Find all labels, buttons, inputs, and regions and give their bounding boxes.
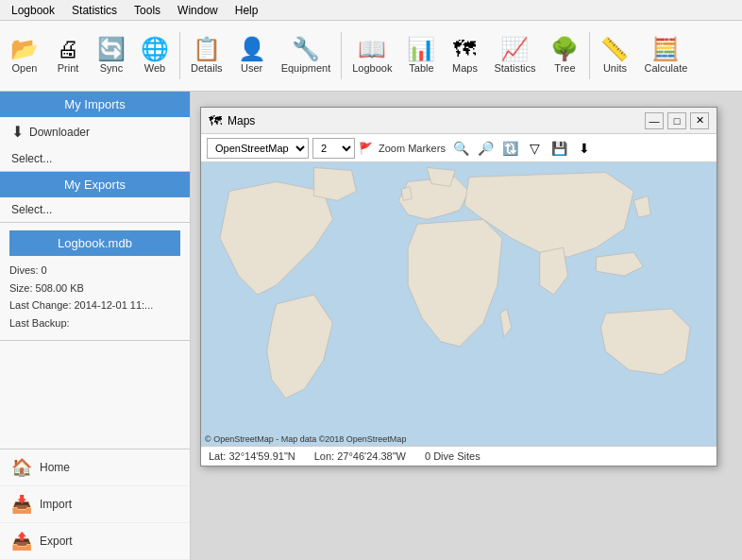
maximize-button[interactable]: □ bbox=[667, 112, 686, 129]
details-label: Details bbox=[191, 62, 223, 74]
downloader-label: Downloader bbox=[29, 126, 90, 139]
export-icon: 📤 bbox=[11, 531, 32, 552]
table-icon: 📊 bbox=[407, 38, 435, 60]
nav-import[interactable]: 📥 Import bbox=[0, 486, 190, 523]
tree-label: Tree bbox=[554, 62, 575, 74]
zoom-select[interactable]: 2 bbox=[312, 138, 355, 159]
user-label: User bbox=[241, 62, 262, 74]
flag-icon: 🚩 bbox=[359, 142, 373, 155]
equipment-label: Equipment bbox=[281, 62, 331, 74]
map-area[interactable]: © OpenStreetMap - Map data ©2018 OpenStr… bbox=[201, 162, 717, 446]
sync-button[interactable]: 🔄 Sync bbox=[91, 25, 132, 86]
maps-titlebar: 🗺 Maps — □ ✕ bbox=[201, 108, 717, 134]
calculate-label: Calculate bbox=[644, 62, 687, 74]
toolbar-separator-3 bbox=[589, 32, 590, 79]
logbook-title: Logbook.mdb bbox=[9, 230, 180, 256]
my-imports-header: My Imports bbox=[0, 92, 190, 117]
size-info: Size: 508.00 KB bbox=[9, 280, 180, 297]
my-exports-header: My Exports bbox=[0, 172, 190, 197]
map-provider-select[interactable]: OpenStreetMap bbox=[207, 138, 309, 159]
nav-home[interactable]: 🏠 Home bbox=[0, 450, 190, 486]
maps-toolbar: OpenStreetMap 2 🚩 Zoom Markers 🔍 🔎 🔃 ▽ 💾… bbox=[201, 134, 717, 162]
web-label: Web bbox=[144, 62, 165, 74]
menubar: Logbook Statistics Tools Window Help bbox=[0, 0, 742, 21]
toolbar-separator-2 bbox=[341, 32, 342, 79]
user-button[interactable]: 👤 User bbox=[231, 25, 273, 86]
export-label: Export bbox=[40, 535, 73, 548]
logbook-button[interactable]: 📖 Logbook bbox=[346, 25, 398, 86]
units-icon: 📏 bbox=[600, 38, 629, 60]
map-statusbar: Lat: 32°14'59.91"N Lon: 27°46'24.38"W 0 … bbox=[201, 446, 717, 466]
downloader-item[interactable]: ⬇ Downloader bbox=[0, 117, 190, 146]
zoom-markers-label: Zoom Markers bbox=[379, 143, 446, 154]
calculate-button[interactable]: 🧮 Calculate bbox=[637, 25, 694, 86]
menu-tools[interactable]: Tools bbox=[126, 2, 168, 19]
print-icon: 🖨 bbox=[57, 38, 79, 60]
logbook-icon: 📖 bbox=[358, 38, 386, 60]
maps-button[interactable]: 🗺 Maps bbox=[444, 25, 485, 86]
equipment-button[interactable]: 🔧 Equipment bbox=[275, 25, 338, 86]
home-icon: 🏠 bbox=[11, 457, 32, 478]
menu-statistics[interactable]: Statistics bbox=[64, 2, 125, 19]
map-lon: Lon: 27°46'24.38"W bbox=[314, 450, 406, 462]
tree-button[interactable]: 🌳 Tree bbox=[544, 25, 585, 86]
import-label: Import bbox=[40, 498, 72, 511]
nav-export[interactable]: 📤 Export bbox=[0, 523, 190, 560]
toolbar-separator-1 bbox=[179, 32, 180, 79]
zoom-in-button[interactable]: 🔍 bbox=[451, 138, 472, 159]
dives-info: Dives: 0 bbox=[9, 262, 180, 280]
maps-title-text: Maps bbox=[228, 114, 645, 127]
maps-window: 🗺 Maps — □ ✕ OpenStreetMap 2 🚩 Zoom Mark… bbox=[200, 107, 717, 467]
web-icon: 🌐 bbox=[141, 38, 169, 60]
menu-window[interactable]: Window bbox=[170, 2, 226, 19]
logbook-info: Dives: 0 Size: 508.00 KB Last Change: 20… bbox=[9, 262, 180, 332]
toolbar: 📂 Open 🖨 Print 🔄 Sync 🌐 Web 📋 Details 👤 … bbox=[0, 21, 742, 92]
sync-label: Sync bbox=[100, 62, 123, 74]
map-lat: Lat: 32°14'59.91"N bbox=[209, 450, 295, 462]
maps-title-icon: 🗺 bbox=[209, 113, 222, 128]
minimize-button[interactable]: — bbox=[645, 112, 664, 129]
content-area: 🗺 Maps — □ ✕ OpenStreetMap 2 🚩 Zoom Mark… bbox=[191, 92, 742, 560]
statistics-button[interactable]: 📈 Statistics bbox=[487, 25, 542, 86]
web-button[interactable]: 🌐 Web bbox=[134, 25, 176, 86]
open-icon: 📂 bbox=[10, 38, 39, 60]
my-exports-section: My Exports Select... bbox=[0, 172, 190, 223]
maps-label: Maps bbox=[452, 62, 478, 74]
zoom-out-button[interactable]: 🔎 bbox=[476, 138, 497, 159]
logbook-section: Logbook.mdb Dives: 0 Size: 508.00 KB Las… bbox=[0, 223, 190, 341]
details-button[interactable]: 📋 Details bbox=[184, 25, 229, 86]
statistics-icon: 📈 bbox=[500, 38, 529, 60]
exports-select-item[interactable]: Select... bbox=[0, 197, 190, 222]
downloader-icon: ⬇ bbox=[11, 123, 24, 141]
menu-logbook[interactable]: Logbook bbox=[4, 2, 62, 19]
open-button[interactable]: 📂 Open bbox=[4, 25, 45, 86]
save-button[interactable]: 💾 bbox=[549, 138, 570, 159]
bottom-nav: 🏠 Home 📥 Import 📤 Export bbox=[0, 449, 190, 560]
main-area: My Imports ⬇ Downloader Select... My Exp… bbox=[0, 92, 742, 560]
units-label: Units bbox=[603, 62, 627, 74]
close-button[interactable]: ✕ bbox=[690, 112, 709, 129]
world-map-svg bbox=[201, 162, 717, 446]
my-imports-section: My Imports ⬇ Downloader Select... bbox=[0, 92, 190, 172]
map-dive-sites: 0 Dive Sites bbox=[425, 450, 481, 462]
download-button[interactable]: ⬇ bbox=[574, 138, 595, 159]
filter-button[interactable]: ▽ bbox=[525, 138, 546, 159]
table-label: Table bbox=[409, 62, 433, 74]
last-backup-info: Last Backup: bbox=[9, 314, 180, 332]
menu-help[interactable]: Help bbox=[228, 2, 266, 19]
refresh-button[interactable]: 🔃 bbox=[500, 138, 521, 159]
print-button[interactable]: 🖨 Print bbox=[47, 25, 89, 86]
import-icon: 📥 bbox=[11, 494, 32, 515]
sidebar: My Imports ⬇ Downloader Select... My Exp… bbox=[0, 92, 191, 560]
sync-icon: 🔄 bbox=[97, 38, 126, 60]
table-button[interactable]: 📊 Table bbox=[400, 25, 442, 86]
maps-window-controls: — □ ✕ bbox=[645, 112, 709, 129]
logbook-label: Logbook bbox=[352, 62, 392, 74]
print-label: Print bbox=[58, 62, 79, 74]
statistics-label: Statistics bbox=[494, 62, 535, 74]
imports-select-label: Select... bbox=[11, 152, 52, 165]
imports-select-item[interactable]: Select... bbox=[0, 146, 190, 171]
units-button[interactable]: 📏 Units bbox=[594, 25, 635, 86]
user-icon: 👤 bbox=[238, 38, 266, 60]
calculate-icon: 🧮 bbox=[651, 38, 680, 60]
